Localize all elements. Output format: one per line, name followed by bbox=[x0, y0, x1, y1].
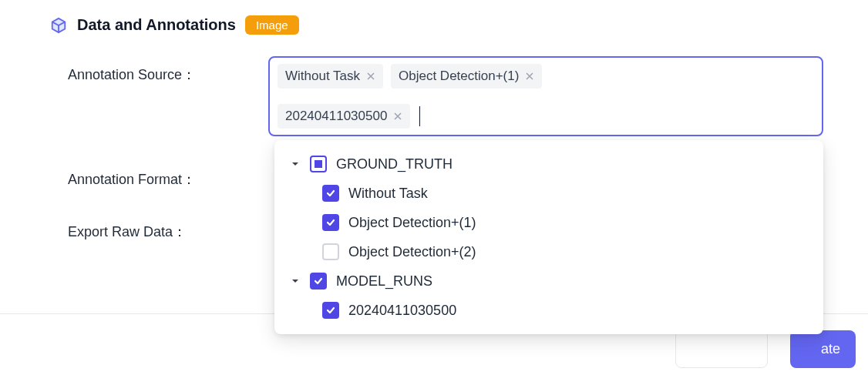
annotation-source-label: Annotation Source： bbox=[68, 56, 268, 84]
tree-item-label: Without Task bbox=[348, 186, 428, 202]
annotation-source-select[interactable]: Without Task Object Detection+(1) 202404… bbox=[268, 56, 823, 136]
section-title: Data and Annotations bbox=[77, 16, 236, 34]
tree-item-label: Object Detection+(1) bbox=[348, 215, 476, 231]
checkbox-checked[interactable] bbox=[322, 185, 339, 202]
annotation-source-row: Annotation Source： Without Task Object D… bbox=[68, 56, 837, 136]
tree-group-label: GROUND_TRUTH bbox=[336, 156, 453, 172]
tree-group-model-runs[interactable]: MODEL_RUNS bbox=[274, 266, 823, 296]
tag-label: Without Task bbox=[285, 69, 360, 84]
tag-label: 20240411030500 bbox=[285, 109, 387, 124]
annotation-source-dropdown: GROUND_TRUTH Without Task Object Detecti… bbox=[274, 140, 823, 334]
tree-group-label: MODEL_RUNS bbox=[336, 273, 432, 290]
chevron-down-icon[interactable] bbox=[290, 276, 301, 286]
text-cursor bbox=[419, 106, 420, 126]
checkbox-checked[interactable] bbox=[310, 273, 327, 290]
selected-tag: Object Detection+(1) bbox=[391, 64, 542, 89]
chevron-down-icon[interactable] bbox=[290, 159, 301, 169]
tree-group-ground-truth[interactable]: GROUND_TRUTH bbox=[274, 149, 823, 179]
selected-tag: Without Task bbox=[278, 64, 383, 89]
tree-item[interactable]: Without Task bbox=[274, 179, 823, 208]
checkbox-checked[interactable] bbox=[322, 214, 339, 231]
tree-item[interactable]: Object Detection+(1) bbox=[274, 208, 823, 237]
close-icon[interactable] bbox=[525, 72, 534, 81]
checkbox-indeterminate[interactable] bbox=[310, 156, 327, 172]
tree-item-label: Object Detection+(2) bbox=[348, 244, 476, 260]
selected-tag: 20240411030500 bbox=[278, 104, 410, 129]
primary-button[interactable]: ate bbox=[790, 330, 856, 368]
close-icon[interactable] bbox=[366, 72, 375, 81]
tree-item-label: 20240411030500 bbox=[348, 303, 456, 319]
tag-label: Object Detection+(1) bbox=[399, 69, 519, 84]
tree-item[interactable]: Object Detection+(2) bbox=[274, 237, 823, 266]
close-icon[interactable] bbox=[393, 112, 402, 121]
checkbox-checked[interactable] bbox=[322, 302, 339, 319]
tree-item[interactable]: 20240411030500 bbox=[274, 296, 823, 325]
export-raw-data-label: Export Raw Data： bbox=[68, 213, 268, 241]
section-header: Data and Annotations Image bbox=[49, 15, 837, 35]
checkbox-unchecked[interactable] bbox=[322, 243, 339, 260]
image-badge: Image bbox=[245, 15, 299, 35]
cube-icon bbox=[49, 16, 68, 35]
annotation-format-label: Annotation Format： bbox=[68, 161, 268, 189]
